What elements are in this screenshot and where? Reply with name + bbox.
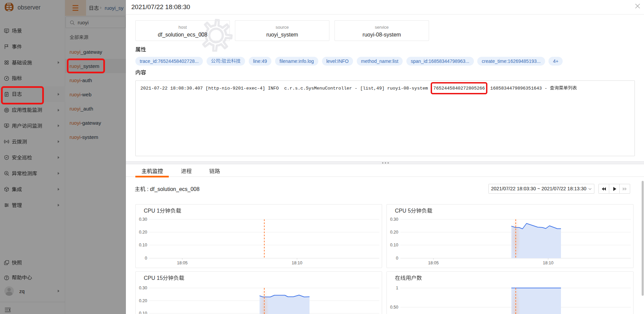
svg-text:0.20: 0.20 (390, 230, 398, 235)
svg-text:18:05: 18:05 (177, 261, 187, 265)
svg-text:18:05: 18:05 (428, 261, 438, 265)
svg-text:0.20: 0.20 (139, 298, 147, 303)
svg-text:0.10: 0.10 (139, 311, 147, 314)
svg-text:0.30: 0.30 (390, 217, 398, 222)
svg-text:0.30: 0.30 (139, 286, 147, 290)
svg-text:18:10: 18:10 (543, 261, 553, 265)
svg-text:0.10: 0.10 (390, 243, 398, 247)
svg-text:0: 0 (396, 256, 398, 261)
svg-text:0.50: 0.50 (390, 305, 398, 310)
svg-text:0.10: 0.10 (139, 243, 147, 247)
svg-text:0.30: 0.30 (139, 217, 147, 222)
svg-text:0.20: 0.20 (139, 230, 147, 235)
svg-text:18:10: 18:10 (292, 261, 302, 265)
svg-text:1: 1 (396, 286, 398, 290)
svg-text:0: 0 (145, 256, 147, 261)
